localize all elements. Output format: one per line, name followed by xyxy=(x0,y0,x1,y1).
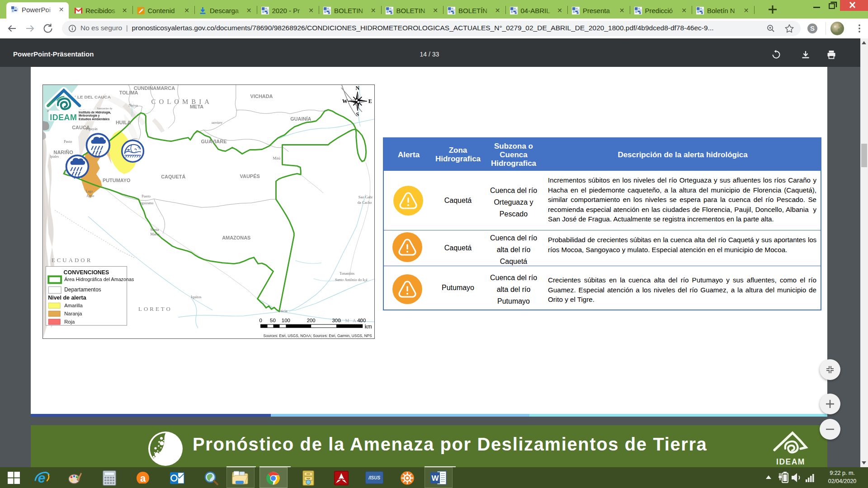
svg-text:W: W xyxy=(431,474,439,483)
svg-text:E: E xyxy=(368,98,372,104)
svg-text:COLOMBIA: COLOMBIA xyxy=(151,98,212,105)
svg-text:Naranja: Naranja xyxy=(64,311,82,316)
svg-text:IDEAM: IDEAM xyxy=(50,113,77,122)
svg-text:Tonantins: Tonantins xyxy=(340,271,354,276)
svg-text:Estudios Ambientales: Estudios Ambientales xyxy=(79,117,110,121)
svg-text:400: 400 xyxy=(357,318,366,323)
svg-text:VICHADA: VICHADA xyxy=(250,94,273,99)
svg-text:a: a xyxy=(140,473,146,484)
svg-text:ECUADOR: ECUADOR xyxy=(52,257,92,263)
svg-text:W: W xyxy=(342,98,348,104)
svg-text:HUILA: HUILA xyxy=(116,120,131,125)
svg-text:Pasto: Pasto xyxy=(64,139,72,144)
svg-text:PUTUMAYO: PUTUMAYO xyxy=(103,178,131,183)
svg-text:Popayán: Popayán xyxy=(86,127,98,131)
svg-text:Roja: Roja xyxy=(64,319,75,324)
svg-text:Neiva: Neiva xyxy=(129,103,138,108)
svg-text:Santa: Santa xyxy=(150,227,159,232)
svg-text:200: 200 xyxy=(307,318,316,323)
svg-text:Nivel de alerta: Nivel de alerta xyxy=(48,295,86,301)
svg-text:Sources: Esri, USGS, NOAA; Sou: Sources: Esri, USGS, NOAA; Sources: Esri… xyxy=(263,334,372,338)
svg-text:/ISUS: /ISUS xyxy=(368,475,380,480)
svg-text:Ipiales: Ipiales xyxy=(50,155,59,159)
svg-text:GUAINÍA: GUAINÍA xyxy=(290,116,311,122)
svg-text:S: S xyxy=(810,24,815,32)
svg-text:IDEAM: IDEAM xyxy=(776,457,805,466)
svg-text:km: km xyxy=(365,324,372,330)
svg-text:0: 0 xyxy=(259,318,262,323)
svg-text:VAUPÉS: VAUPÉS xyxy=(240,174,260,179)
svg-text:S: S xyxy=(356,111,359,117)
svg-text:Sao Gabr: Sao Gabr xyxy=(359,195,373,199)
svg-text:50: 50 xyxy=(270,318,276,323)
svg-text:300: 300 xyxy=(332,318,340,323)
svg-text:AMAZONAS: AMAZONAS xyxy=(222,235,250,240)
svg-text:Santander de: Santander de xyxy=(97,107,113,110)
svg-text:N: N xyxy=(356,85,360,91)
svg-text:da Cacho: da Cacho xyxy=(358,200,372,205)
svg-text:Lago: Lago xyxy=(86,189,93,193)
svg-text:CONVENCIONES: CONVENCIONES xyxy=(64,269,109,276)
svg-text:CUNDINAMARCA: CUNDINAMARCA xyxy=(134,85,175,91)
svg-text:Santo Antônio do Içá: Santo Antônio do Içá xyxy=(335,277,368,282)
svg-text:Puerto: Puerto xyxy=(142,194,151,198)
svg-text:eticia: eticia xyxy=(279,309,288,313)
svg-text:Área Hidrográfica del Amazonas: Área Hidrográfica del Amazonas xyxy=(64,277,134,282)
svg-text:100: 100 xyxy=(282,318,290,323)
svg-text:GUAVIARE: GUAVIARE xyxy=(201,139,226,144)
svg-text:eguizamo: eguizamo xyxy=(141,201,154,205)
svg-text:Amarilla: Amarilla xyxy=(64,303,83,308)
svg-text:Agrio: Agrio xyxy=(86,194,94,198)
svg-text:Maria: Maria xyxy=(150,232,159,236)
svg-text:Departamentos: Departamentos xyxy=(64,286,101,293)
svg-text:LLE DEL CAUCA: LLE DEL CAUCA xyxy=(75,94,111,99)
svg-text:CAQUETÁ: CAQUETÁ xyxy=(161,174,185,179)
svg-text:Mitú: Mitú xyxy=(273,156,280,160)
svg-text:LORETO: LORETO xyxy=(138,305,172,312)
svg-text:Iquitos: Iquitos xyxy=(191,295,201,299)
svg-text:TOLIMA: TOLIMA xyxy=(119,90,138,95)
svg-text:uaviare: uaviare xyxy=(212,121,223,125)
